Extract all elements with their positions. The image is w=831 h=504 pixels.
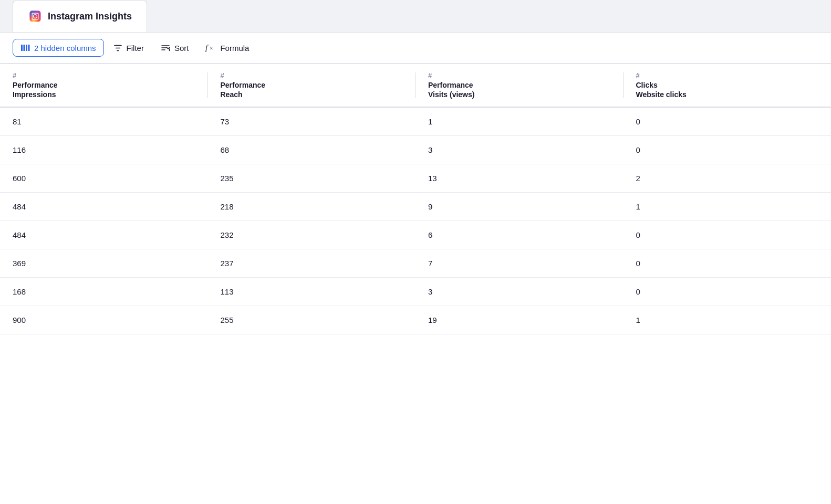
hash-clicks: # (636, 71, 640, 79)
app-container: Instagram Insights 2 hidden columns Filt… (0, 0, 831, 504)
table-row: 900255191 (0, 306, 831, 334)
table-row: 48421891 (0, 193, 831, 221)
cell-clicks: 1 (624, 306, 832, 334)
formula-button[interactable]: f × Formula (198, 39, 256, 56)
hash-visits: # (428, 71, 432, 79)
hash-impressions: # (13, 71, 16, 79)
sort-button[interactable]: Sort (153, 39, 196, 56)
cell-reach: 68 (208, 136, 416, 164)
cell-clicks: 0 (624, 136, 832, 164)
table-row: 1166830 (0, 136, 831, 164)
cell-reach: 235 (208, 164, 416, 193)
cell-impressions: 168 (0, 278, 208, 306)
cell-visits: 13 (416, 164, 624, 193)
cell-reach: 73 (208, 107, 416, 136)
hidden-columns-label: 2 hidden columns (34, 44, 96, 52)
cell-visits: 3 (416, 136, 624, 164)
cell-visits: 9 (416, 193, 624, 221)
cell-impressions: 369 (0, 249, 208, 278)
cell-impressions: 484 (0, 221, 208, 249)
col-label-clicks: ClicksWebsite clicks (636, 80, 821, 99)
formula-icon: f × (205, 43, 216, 52)
table-row: 36923770 (0, 249, 831, 278)
svg-text:×: × (210, 45, 213, 52)
cell-impressions: 600 (0, 164, 208, 193)
col-label-impressions: PerformanceImpressions (13, 80, 198, 99)
svg-rect-1 (24, 45, 25, 51)
instagram-insights-tab[interactable]: Instagram Insights (13, 0, 147, 32)
filter-icon (113, 44, 122, 52)
cell-reach: 255 (208, 306, 416, 334)
col-label-visits: PerformanceVisits (views) (428, 80, 613, 99)
table-row: 48423260 (0, 221, 831, 249)
cell-clicks: 0 (624, 221, 832, 249)
instagram-icon (28, 9, 43, 24)
table-row: 817310 (0, 107, 831, 136)
cell-clicks: 1 (624, 193, 832, 221)
table-row: 600235132 (0, 164, 831, 193)
hash-reach: # (221, 71, 224, 79)
cell-visits: 7 (416, 249, 624, 278)
svg-rect-0 (21, 45, 23, 51)
table-row: 16811330 (0, 278, 831, 306)
cell-impressions: 900 (0, 306, 208, 334)
filter-button[interactable]: Filter (106, 40, 151, 56)
formula-label: Formula (220, 44, 249, 52)
toolbar: 2 hidden columns Filter Sort f × Formula (0, 33, 831, 64)
cell-visits: 19 (416, 306, 624, 334)
cell-clicks: 0 (624, 249, 832, 278)
col-label-reach: PerformanceReach (221, 80, 406, 99)
cell-visits: 1 (416, 107, 624, 136)
filter-label: Filter (127, 44, 144, 52)
col-header-clicks[interactable]: # ClicksWebsite clicks (624, 64, 832, 108)
cell-clicks: 2 (624, 164, 832, 193)
hidden-columns-button[interactable]: 2 hidden columns (13, 39, 104, 57)
col-header-impressions[interactable]: # PerformanceImpressions (0, 64, 208, 108)
table-wrapper: # PerformanceImpressions # PerformanceRe… (0, 64, 831, 334)
col-header-visits[interactable]: # PerformanceVisits (views) (416, 64, 624, 108)
data-table: # PerformanceImpressions # PerformanceRe… (0, 64, 831, 334)
cell-reach: 218 (208, 193, 416, 221)
columns-icon (20, 43, 30, 52)
cell-reach: 232 (208, 221, 416, 249)
table-body: 8173101166830600235132484218914842326036… (0, 107, 831, 334)
sort-label: Sort (174, 44, 189, 52)
cell-impressions: 484 (0, 193, 208, 221)
cell-clicks: 0 (624, 278, 832, 306)
cell-reach: 237 (208, 249, 416, 278)
table-header-row: # PerformanceImpressions # PerformanceRe… (0, 64, 831, 108)
cell-visits: 3 (416, 278, 624, 306)
cell-impressions: 81 (0, 107, 208, 136)
sort-icon (161, 43, 170, 52)
svg-text:f: f (205, 44, 209, 52)
cell-reach: 113 (208, 278, 416, 306)
cell-impressions: 116 (0, 136, 208, 164)
tab-bar: Instagram Insights (0, 0, 831, 33)
col-header-reach[interactable]: # PerformanceReach (208, 64, 416, 108)
tab-label: Instagram Insights (48, 11, 132, 22)
svg-rect-2 (26, 45, 27, 51)
cell-clicks: 0 (624, 107, 832, 136)
svg-rect-3 (28, 45, 30, 51)
cell-visits: 6 (416, 221, 624, 249)
